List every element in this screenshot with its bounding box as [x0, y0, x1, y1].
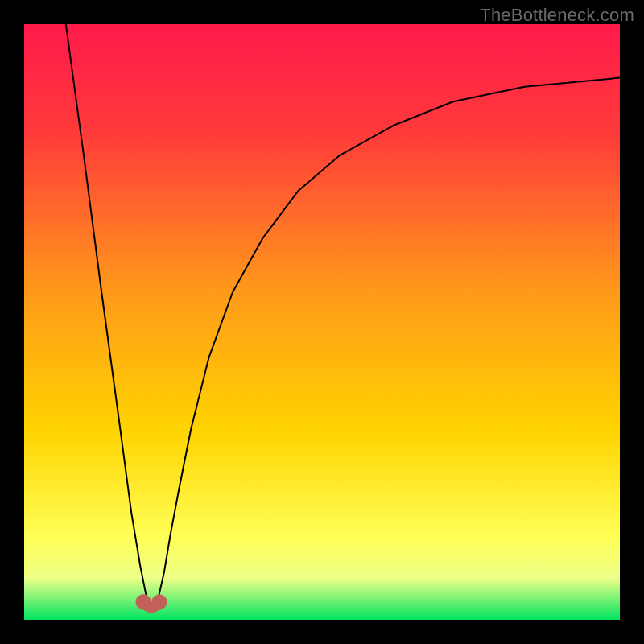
- chart-svg: [24, 24, 620, 620]
- gradient-background: [24, 24, 620, 620]
- watermark-text: TheBottleneck.com: [480, 5, 634, 26]
- chart-frame: TheBottleneck.com: [0, 0, 644, 644]
- marker-min-right: [151, 594, 167, 609]
- plot-area: [24, 24, 620, 620]
- marker-min-left: [135, 594, 151, 609]
